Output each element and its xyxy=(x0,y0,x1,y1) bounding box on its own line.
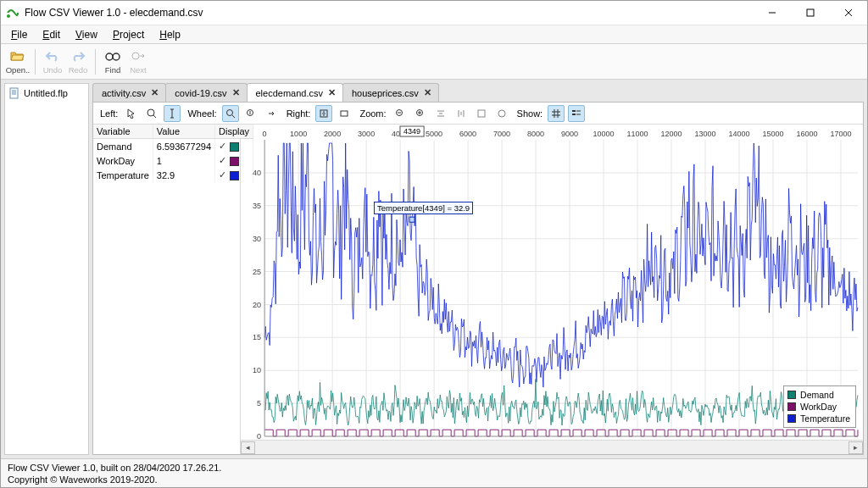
svg-point-5 xyxy=(106,53,113,60)
zoom-fit[interactable] xyxy=(473,105,490,122)
right-range[interactable] xyxy=(336,105,353,122)
find-label: Find xyxy=(105,65,120,75)
svg-text:2000: 2000 xyxy=(324,130,341,138)
right-label: Right: xyxy=(287,108,311,119)
menu-view[interactable]: View xyxy=(69,27,104,42)
legend-item: WorkDay xyxy=(787,401,850,413)
open-button[interactable]: Open.. xyxy=(6,46,30,78)
svg-text:6000: 6000 xyxy=(459,130,476,138)
svg-rect-29 xyxy=(478,110,485,117)
svg-text:17000: 17000 xyxy=(830,130,851,138)
show-grid[interactable] xyxy=(548,105,565,122)
svg-rect-93 xyxy=(409,217,415,222)
zoom-fit-y[interactable] xyxy=(453,105,470,122)
pointer-tool[interactable] xyxy=(123,105,140,122)
binoculars-icon xyxy=(104,47,121,64)
close-icon[interactable]: ✕ xyxy=(328,87,336,98)
tab-activity[interactable]: activity.csv✕ xyxy=(92,83,166,102)
ibeam-tool[interactable] xyxy=(164,105,181,122)
minimize-button[interactable] xyxy=(753,1,791,25)
open-label: Open.. xyxy=(6,65,31,75)
project-file-item[interactable]: Untitled.flp xyxy=(5,84,88,103)
svg-text:3000: 3000 xyxy=(358,130,375,138)
wheel-zoom-y[interactable] xyxy=(242,105,259,122)
col-variable[interactable]: Variable xyxy=(93,125,153,139)
zoom-fit-x[interactable] xyxy=(432,105,449,122)
zoom-in[interactable] xyxy=(412,105,429,122)
svg-text:10: 10 xyxy=(253,366,261,374)
svg-text:30: 30 xyxy=(253,235,261,243)
menu-help[interactable]: Help xyxy=(153,27,187,42)
legend-item: Demand xyxy=(787,389,850,401)
svg-text:0: 0 xyxy=(257,432,261,441)
measure-tool[interactable] xyxy=(143,105,160,122)
col-value[interactable]: Value xyxy=(153,125,214,139)
redo-icon xyxy=(70,47,86,64)
value-tooltip: Temperature[4349] = 32.9 xyxy=(374,202,473,214)
variable-table: Variable Value Display Demand6.593677294… xyxy=(93,125,241,454)
svg-rect-32 xyxy=(572,114,576,115)
svg-text:20: 20 xyxy=(253,301,261,309)
svg-text:35: 35 xyxy=(253,202,261,210)
zoom-out[interactable] xyxy=(392,105,409,122)
svg-point-18 xyxy=(226,109,232,115)
svg-text:5: 5 xyxy=(257,399,261,408)
wheel-zoom-x[interactable] xyxy=(222,105,239,122)
undo-button[interactable]: Undo xyxy=(41,46,64,78)
menu-project[interactable]: Project xyxy=(106,27,151,42)
menu-edit[interactable]: Edit xyxy=(36,27,67,42)
editor-panel: activity.csv✕ covid-19.csv✕ elecdemand.c… xyxy=(92,83,864,455)
redo-button[interactable]: Redo xyxy=(66,46,90,78)
show-legend[interactable] xyxy=(568,105,585,122)
zoom-label: Zoom: xyxy=(359,108,386,119)
svg-text:1000: 1000 xyxy=(290,130,307,138)
svg-text:40: 40 xyxy=(253,169,261,177)
find-button[interactable]: Find xyxy=(101,46,125,78)
svg-text:13000: 13000 xyxy=(694,130,715,138)
svg-rect-31 xyxy=(572,110,576,112)
menu-file[interactable]: File xyxy=(4,27,34,42)
wheel-label: Wheel: xyxy=(187,108,216,119)
table-row[interactable]: Temperature32.9✓ xyxy=(93,168,253,182)
svg-point-8 xyxy=(132,53,139,59)
next-button[interactable]: Next xyxy=(126,46,150,78)
svg-point-0 xyxy=(7,14,10,18)
svg-text:15000: 15000 xyxy=(762,130,783,138)
menu-bar: File Edit View Project Help xyxy=(1,25,867,44)
maximize-button[interactable] xyxy=(791,1,829,25)
next-icon xyxy=(130,47,147,64)
folder-open-icon xyxy=(9,47,26,64)
close-icon[interactable]: ✕ xyxy=(232,87,240,98)
tab-elecdemand[interactable]: elecdemand.csv✕ xyxy=(247,83,344,102)
close-button[interactable] xyxy=(829,1,867,25)
window-controls xyxy=(753,1,867,25)
close-icon[interactable]: ✕ xyxy=(151,87,159,98)
table-row[interactable]: Demand6.593677294✓ xyxy=(93,139,253,154)
status-line1: Flow CSV Viewer 1.0, built on 28/04/2020… xyxy=(8,462,860,474)
svg-text:0: 0 xyxy=(263,130,267,138)
svg-text:11000: 11000 xyxy=(626,130,648,138)
tab-covid19[interactable]: covid-19.csv✕ xyxy=(165,83,247,102)
svg-point-6 xyxy=(113,53,120,60)
svg-line-14 xyxy=(153,115,156,118)
table-row[interactable]: WorkDay1✓ xyxy=(93,153,253,168)
svg-text:8000: 8000 xyxy=(527,130,544,138)
project-panel: Untitled.flp xyxy=(4,83,89,455)
legend-item: Temperature xyxy=(787,413,850,424)
undo-label: Undo xyxy=(43,65,63,75)
svg-rect-2 xyxy=(807,9,814,16)
chart[interactable]: 0510152025303540010002000300040005000600… xyxy=(241,125,863,440)
close-icon[interactable]: ✕ xyxy=(424,87,431,98)
svg-text:25: 25 xyxy=(253,268,261,276)
tab-houseprices[interactable]: houseprices.csv✕ xyxy=(342,83,439,102)
svg-text:15: 15 xyxy=(253,333,261,341)
wheel-scroll[interactable] xyxy=(263,105,280,122)
svg-text:10000: 10000 xyxy=(593,130,614,138)
svg-text:4349: 4349 xyxy=(403,127,420,136)
right-pan[interactable] xyxy=(315,105,332,122)
zoom-reset[interactable] xyxy=(493,105,510,122)
svg-text:16000: 16000 xyxy=(796,130,817,138)
show-label: Show: xyxy=(517,108,543,119)
svg-point-13 xyxy=(147,109,154,116)
svg-text:5000: 5000 xyxy=(426,130,442,138)
